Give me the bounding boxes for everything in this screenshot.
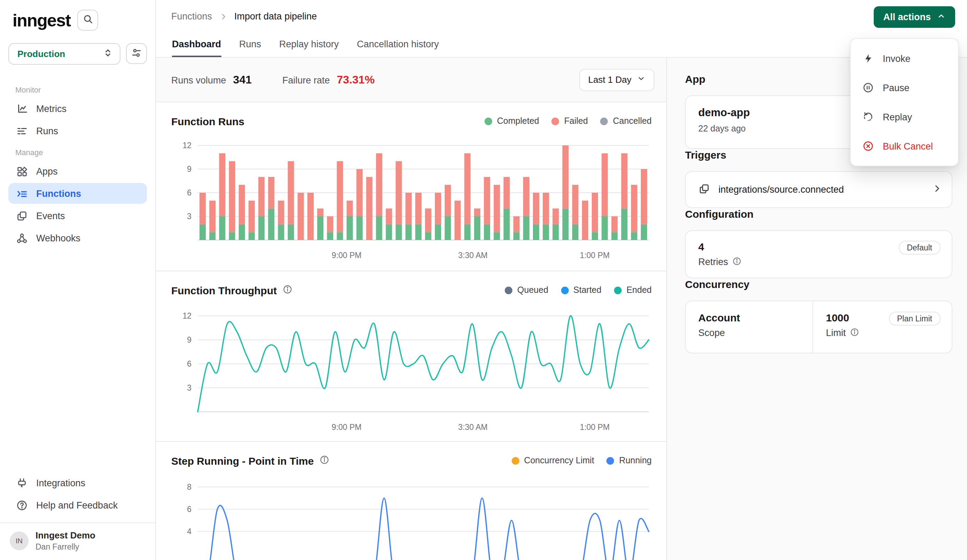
- metrics-icon: [15, 103, 28, 114]
- step-running-title: Step Running - Point in Time: [171, 455, 314, 466]
- trigger-event-name: integrations/source.connected: [718, 184, 924, 195]
- legend-label: Failed: [564, 116, 588, 126]
- svg-text:12: 12: [182, 311, 191, 320]
- function-throughput-legend: Queued Started Ended: [505, 285, 652, 295]
- account-org: Inngest Demo: [36, 530, 96, 542]
- failed-dot: [552, 117, 559, 125]
- configuration-heading: Configuration: [685, 208, 952, 220]
- svg-text:1:00 PM: 1:00 PM: [580, 251, 610, 260]
- info-icon[interactable]: [319, 455, 329, 466]
- sidebar-item-functions[interactable]: Functions: [8, 183, 147, 204]
- cancelled-dot: [601, 117, 608, 125]
- retries-label: Retries: [698, 257, 728, 267]
- info-icon[interactable]: [282, 285, 292, 296]
- svg-text:9:00 PM: 9:00 PM: [332, 423, 362, 432]
- environment-select[interactable]: Production: [8, 43, 120, 65]
- svg-text:6: 6: [187, 188, 191, 197]
- svg-text:9: 9: [187, 335, 191, 344]
- menu-item-replay[interactable]: Replay: [855, 102, 954, 132]
- menu-item-invoke[interactable]: Invoke: [855, 44, 954, 73]
- legend-label: Completed: [497, 116, 539, 126]
- search-button[interactable]: [78, 10, 99, 31]
- all-actions-label: All actions: [883, 12, 931, 22]
- tab-dashboard[interactable]: Dashboard: [172, 39, 221, 57]
- chevron-right-icon: [219, 12, 227, 21]
- svg-text:6: 6: [187, 359, 191, 368]
- sidebar-footer: Integrations Help and Feedback: [8, 473, 147, 523]
- info-icon[interactable]: [850, 328, 859, 338]
- header: Functions Import data pipeline Dashboard…: [156, 0, 967, 58]
- concurrency-heading: Concurrency: [685, 278, 952, 290]
- avatar: IN: [10, 532, 28, 550]
- chevron-up-down-icon: [103, 48, 113, 60]
- svg-text:4: 4: [187, 527, 191, 536]
- step-running-chart: 468: [171, 474, 652, 560]
- sidebar-item-label: Runs: [36, 125, 58, 136]
- menu-item-label: Invoke: [883, 53, 911, 64]
- limit-label: Limit: [826, 328, 846, 338]
- svg-text:6: 6: [187, 505, 191, 514]
- events-icon: [15, 210, 28, 222]
- sidebar-item-metrics[interactable]: Metrics: [8, 98, 147, 119]
- sidebar-item-label: Help and Feedback: [36, 500, 118, 511]
- step-running-legend: Concurrency Limit Running: [512, 456, 652, 465]
- function-throughput-title: Function Throughput: [171, 284, 277, 296]
- account-switcher[interactable]: IN Inngest Demo Dan Farrelly: [0, 523, 155, 560]
- function-throughput-section: Function Throughput Queued Started Ended…: [156, 271, 666, 442]
- sidebar-item-runs[interactable]: Runs: [8, 120, 147, 141]
- account-user: Dan Farrelly: [36, 542, 96, 552]
- sidebar-nav: Monitor Metrics Runs Manage Apps: [8, 79, 147, 250]
- nav-section-monitor: Monitor: [8, 86, 147, 94]
- function-runs-legend: Completed Failed Cancelled: [485, 116, 652, 126]
- dashboard-main: Runs volume 341 Failure rate 73.31% Last…: [156, 58, 666, 560]
- sidebar-item-integrations[interactable]: Integrations: [8, 473, 147, 494]
- time-range-select[interactable]: Last 1 Day: [579, 69, 654, 91]
- all-actions-button[interactable]: All actions: [873, 6, 955, 28]
- failure-rate-value: 73.31%: [337, 73, 375, 86]
- tab-replay-history[interactable]: Replay history: [279, 39, 339, 57]
- breadcrumb: Functions Import data pipeline: [156, 0, 967, 21]
- info-icon[interactable]: [733, 257, 741, 267]
- menu-item-label: Replay: [883, 112, 912, 122]
- runs-volume-value: 341: [233, 73, 252, 86]
- failure-rate-stat: Failure rate 73.31%: [282, 73, 375, 86]
- nav-section-manage: Manage: [8, 148, 147, 156]
- legend-label: Cancelled: [613, 116, 652, 126]
- breadcrumb-function-name: Import data pipeline: [234, 11, 317, 21]
- svg-text:12: 12: [182, 141, 191, 150]
- trigger-card[interactable]: integrations/source.connected: [685, 171, 952, 208]
- sidebar-item-apps[interactable]: Apps: [8, 161, 147, 181]
- failure-rate-label: Failure rate: [282, 75, 330, 85]
- tab-runs[interactable]: Runs: [239, 39, 261, 57]
- ended-dot: [614, 286, 622, 294]
- apps-icon: [15, 165, 28, 177]
- replay-icon: [862, 111, 875, 122]
- environment-settings-button[interactable]: [126, 43, 147, 64]
- function-runs-title: Function Runs: [171, 115, 244, 127]
- time-range-value: Last 1 Day: [588, 74, 632, 85]
- sidebar-item-label: Metrics: [36, 103, 66, 114]
- svg-text:9:00 PM: 9:00 PM: [332, 251, 362, 260]
- queued-dot: [505, 286, 512, 294]
- sidebar-item-help[interactable]: Help and Feedback: [8, 495, 147, 516]
- sidebar-item-events[interactable]: Events: [8, 205, 147, 226]
- function-runs-chart: 369129:00 PM3:30 AM1:00 PM: [171, 134, 652, 271]
- chevron-up-icon: [937, 12, 946, 22]
- logo-row: inngest: [8, 10, 147, 31]
- retries-card: 4 Retries Default: [685, 230, 952, 278]
- plan-limit-badge: Plan Limit: [889, 312, 941, 326]
- breadcrumb-functions[interactable]: Functions: [171, 11, 212, 21]
- menu-item-bulk-cancel[interactable]: Bulk Cancel: [855, 132, 954, 161]
- svg-text:1:00 PM: 1:00 PM: [580, 423, 610, 432]
- pause-icon: [862, 82, 875, 93]
- completed-dot: [485, 117, 492, 125]
- tab-cancellation-history[interactable]: Cancellation history: [357, 39, 439, 57]
- svg-text:8: 8: [187, 483, 191, 491]
- search-icon: [83, 14, 93, 26]
- sidebar-item-label: Webhooks: [36, 233, 81, 243]
- menu-item-pause[interactable]: Pause: [855, 73, 954, 102]
- concurrency-limit-dot: [512, 457, 519, 464]
- inngest-dashboard: inngest Production Monitor: [0, 0, 967, 560]
- runs-volume-stat: Runs volume 341: [171, 73, 252, 86]
- sidebar-item-webhooks[interactable]: Webhooks: [8, 227, 147, 248]
